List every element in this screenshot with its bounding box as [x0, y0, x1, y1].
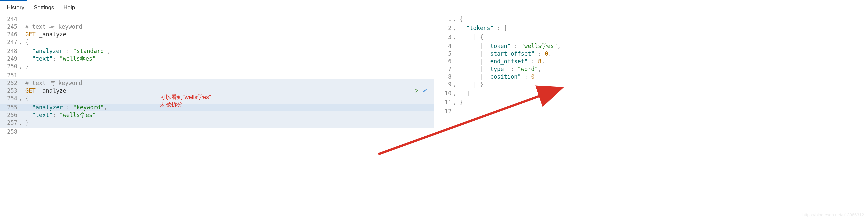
indent-guide: | [480, 73, 483, 80]
fold-marker [19, 111, 25, 113]
line-number: 11 [434, 99, 454, 106]
code-brace: { [25, 39, 29, 45]
fold-marker[interactable]: ▾ [454, 33, 459, 42]
editor-line: 12 [434, 108, 868, 115]
editor-line-active: 255 "analyzer": "keyword", [0, 104, 434, 111]
editor-line: 257 ▴ } [0, 119, 434, 128]
line-number: 2 [434, 24, 454, 32]
code-brace: } [25, 63, 29, 70]
line-number: 256 [0, 111, 19, 119]
fold-marker[interactable]: ▴ [19, 63, 25, 72]
fold-marker [454, 50, 459, 51]
line-number: 10 [434, 90, 454, 97]
response-viewer-pane: 1 ▾ { 2 ▾ "tokens" : [ 3 ▾ | { 4 | "toke… [434, 15, 868, 219]
line-number: 252 [0, 79, 19, 87]
fold-marker[interactable]: ▴ [454, 90, 459, 99]
fold-marker [19, 128, 25, 129]
editor-line: 249 "text": "wells学es" [0, 55, 434, 63]
fold-marker[interactable]: ▴ [454, 99, 459, 108]
code-brace: } [460, 99, 463, 106]
line-number: 245 [0, 23, 19, 31]
json-number: 8 [538, 58, 541, 65]
response-viewer[interactable]: 1 ▾ { 2 ▾ "tokens" : [ 3 ▾ | { 4 | "toke… [434, 15, 868, 115]
fold-marker[interactable]: ▾ [19, 95, 25, 104]
request-settings-button[interactable] [421, 87, 429, 94]
indent-guide: | [473, 34, 476, 40]
editor-line: 254 ▾ { [0, 95, 434, 104]
indent-guide: | [473, 81, 476, 88]
menu-help[interactable]: Help [63, 4, 75, 11]
editor-panes: 244 245 # text 与 keyword 246 GET _analyz… [0, 15, 868, 219]
fold-marker[interactable]: ▾ [454, 24, 459, 33]
fold-marker[interactable]: ▾ [19, 38, 25, 47]
editor-line: 245 # text 与 keyword [0, 23, 434, 31]
fold-marker [19, 47, 25, 49]
json-key: "analyzer" [32, 48, 66, 54]
line-number: 4 [434, 42, 454, 50]
json-number: 0 [531, 73, 535, 80]
json-string: "word" [518, 66, 538, 72]
code-brace: { [460, 16, 463, 22]
line-number: 247 [0, 38, 19, 46]
editor-line: 258 [0, 128, 434, 136]
menu-settings[interactable]: Settings [34, 4, 54, 11]
fold-marker[interactable]: ▴ [19, 119, 25, 128]
line-number: 248 [0, 47, 19, 55]
code-brace: } [25, 119, 29, 126]
editor-line: 10 ▴ ] [434, 90, 868, 99]
fold-marker [19, 23, 25, 24]
editor-line: 5 | "start_offset" : 0, [434, 50, 868, 58]
request-path: _analyze [36, 87, 66, 94]
editor-line: 7 | "type" : "word", [434, 65, 868, 73]
fold-marker [454, 58, 459, 59]
editor-line: 246 GET _analyze [0, 31, 434, 38]
fold-marker [454, 42, 459, 44]
fold-marker [19, 55, 25, 56]
editor-line: 247 ▾ { [0, 38, 434, 47]
editor-line: 256 "text": "wells学es" [0, 111, 434, 119]
fold-marker [454, 108, 459, 109]
indent-guide: | [480, 50, 483, 57]
editor-line: 11 ▴ } [434, 99, 868, 108]
line-number: 3 [434, 33, 454, 41]
line-number: 250 [0, 63, 19, 70]
json-string: "keyword" [73, 104, 104, 111]
editor-line: 252 # text 与 keyword [0, 79, 434, 87]
indent-guide: | [480, 43, 483, 49]
wrench-icon [423, 88, 427, 93]
line-number: 254 [0, 95, 19, 102]
line-number: 246 [0, 31, 19, 38]
fold-marker [19, 31, 25, 32]
json-string: "wells学es" [521, 43, 557, 49]
code-bracket: [ [504, 25, 507, 31]
editor-line: 248 "analyzer": "standard", [0, 47, 434, 55]
indent-guide: | [480, 66, 483, 72]
line-number: 258 [0, 128, 19, 136]
json-string: "wells学es" [59, 112, 96, 118]
line-number: 253 [0, 87, 19, 95]
editor-line: 251 [0, 72, 434, 79]
line-number: 244 [0, 15, 19, 23]
line-number: 9 [434, 81, 454, 88]
json-number: 0 [545, 50, 548, 57]
request-editor[interactable]: 244 245 # text 与 keyword 246 GET _analyz… [0, 15, 434, 136]
http-method: GET [25, 31, 36, 38]
code-brace: { [25, 95, 29, 102]
menu-history[interactable]: History [7, 4, 24, 11]
code-brace: } [480, 81, 483, 88]
line-number: 255 [0, 104, 19, 111]
fold-marker [19, 104, 25, 105]
run-request-button[interactable] [413, 87, 420, 94]
editor-line: 6 | "end_offset" : 8, [434, 58, 868, 65]
fold-marker [19, 87, 25, 88]
line-number: 6 [434, 58, 454, 65]
line-number: 249 [0, 55, 19, 63]
fold-marker[interactable]: ▾ [454, 15, 459, 24]
line-number: 257 [0, 119, 19, 127]
fold-marker [454, 73, 459, 74]
fold-marker [454, 65, 459, 67]
line-number: 5 [434, 50, 454, 58]
fold-marker[interactable]: ▴ [454, 81, 459, 90]
request-path: _analyze [36, 31, 66, 38]
line-number: 1 [434, 15, 454, 23]
